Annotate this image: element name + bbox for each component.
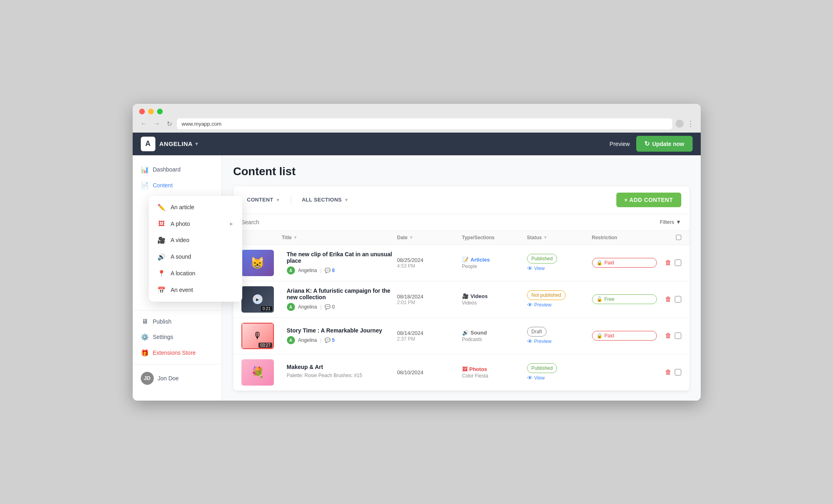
row3-info: Story Time : A Remarkable Journey A Ange… [282,327,397,344]
table-row: 💐 Makeup & Art Palette: Rosie Peach Brus… [233,354,689,391]
dropdown-item-location[interactable]: 📍 A location [149,265,242,282]
view-link[interactable]: 👁 View [527,375,592,381]
window-minimize-dot[interactable] [148,109,154,114]
delete-icon[interactable]: 🗑 [665,369,672,376]
dropdown-item-location-label: A location [171,270,196,277]
row1-checkbox[interactable] [675,260,681,266]
th-restriction: Restriction [592,235,657,240]
row4-title: Makeup & Art [287,364,392,370]
row3-checkbox[interactable] [675,332,681,339]
preview-button[interactable]: Preview [603,137,636,150]
content-type-dropdown: ✏️ An article 🖼 A photo ► 🎥 A video 🔊 A … [149,196,242,302]
preview-link[interactable]: 👁 Preview [527,302,592,308]
window-maximize-dot[interactable] [157,109,163,114]
sidebar-item-dashboard[interactable]: 📊 Dashboard [133,162,222,178]
dropdown-item-sound-label: A sound [171,253,192,260]
dropdown-item-sound[interactable]: 🔊 A sound [149,249,242,265]
restriction-badge: 🔒 Paid [592,258,657,268]
unlock-icon: 🔓 [596,296,603,302]
select-all-checkbox[interactable] [676,235,681,240]
preview-link[interactable]: 👁 Preview [527,338,592,345]
videos-type-icon: 🎥 [462,293,469,299]
th-date[interactable]: Date ▼ [397,235,462,240]
user-profile[interactable]: JD Jon Doe [133,368,222,389]
main-content: Content list CONTENT ▼ ALL SECTIONS ▼ + … [222,155,701,401]
date-sort-icon: ▼ [409,235,413,240]
row1-restriction: 🔒 Paid [592,258,657,268]
th-title[interactable]: Title ▼ [282,235,397,240]
add-content-button[interactable]: + ADD CONTENT [616,193,681,207]
row1-title: The new clip of Erika Cat in an unusual … [287,251,392,264]
row3-restriction: 🔒 Paid [592,331,657,341]
sidebar-item-extensions-label: Extensions Store [153,350,196,356]
row2-status: Not published 👁 Preview [527,290,592,308]
row3-title: Story Time : A Remarkable Journey [287,327,392,334]
filters-button[interactable]: Filters ▼ [660,219,681,225]
chat-icon: 💬 [325,304,331,310]
row2-type: 🎥 Videos Videos [462,293,527,306]
dropdown-item-article[interactable]: ✏️ An article [149,199,242,216]
update-now-button[interactable]: ↻ Update now [636,136,692,152]
row1-avatar: A [287,266,295,275]
row1-author: Angelina [298,268,317,273]
content-card: CONTENT ▼ ALL SECTIONS ▼ + ADD CONTENT [233,186,689,391]
table-row: 👗 ▶ 0:21 Ariana K: A futuristic campaign… [233,281,689,318]
play-button[interactable]: ▶ [253,294,263,304]
sidebar-item-settings-label: Settings [153,334,174,340]
sidebar-divider [133,310,222,311]
dropdown-item-video[interactable]: 🎥 A video [149,232,242,249]
row3-comments: 💬 5 [325,337,335,343]
browser-profile-icon [676,120,684,128]
refresh-button[interactable]: ↻ [165,118,174,129]
row2-checkbox[interactable] [675,296,681,302]
sidebar-item-publish[interactable]: 🖥 Publish [133,314,222,329]
delete-icon[interactable]: 🗑 [665,259,672,266]
avatar: JD [141,372,154,385]
row1-comments: 💬 8 [325,268,335,273]
delete-icon[interactable]: 🗑 [665,332,672,339]
sidebar-bottom-divider [133,364,222,365]
content-filter-button[interactable]: CONTENT ▼ [241,193,286,206]
forward-button[interactable]: → [152,118,162,129]
address-bar[interactable] [177,118,672,129]
chat-icon: 💬 [325,268,331,273]
dropdown-item-photo[interactable]: 🖼 A photo ► [149,216,242,232]
delete-icon[interactable]: 🗑 [665,296,672,303]
search-input[interactable] [241,219,660,225]
table-row: 😸 The new clip of Erika Cat in an unusua… [233,245,689,281]
sidebar-item-content[interactable]: 📄 Content [133,178,222,193]
row4-actions: 🗑 [657,369,681,376]
dropdown-item-event[interactable]: 📅 An event [149,282,242,298]
sidebar: 📊 Dashboard 📄 Content ✏️ An article 🖼 A … [133,155,222,401]
event-icon: 📅 [157,286,166,294]
row4-checkbox[interactable] [675,369,681,375]
row2-restriction: 🔓 Free [592,294,657,304]
eye-icon: 👁 [527,338,533,345]
back-button[interactable]: ← [139,118,149,129]
browser-menu-icon[interactable]: ⋮ [687,119,694,128]
row1-status: Published 👁 View [527,254,592,272]
th-status[interactable]: Status ▼ [527,235,592,240]
row2-avatar: A [287,303,295,311]
window-close-dot[interactable] [139,109,145,114]
sound-icon: 🔊 [157,253,166,261]
dropdown-item-video-label: A video [171,237,189,243]
brand-chevron-icon: ▼ [194,141,199,147]
dropdown-item-article-label: An article [171,204,194,210]
sidebar-item-publish-label: Publish [153,318,172,325]
user-name-label: Jon Doe [158,375,179,382]
status-sort-icon: ▼ [543,235,547,240]
row1-meta: A Angelina | 💬 8 [287,266,392,275]
sidebar-item-settings[interactable]: ⚙️ Settings [133,329,222,345]
row2-date: 08/18/2024 2:01 PM [397,294,462,305]
row3-actions: 🗑 [657,332,681,339]
content-filter-chevron-icon: ▼ [276,197,280,202]
sidebar-item-dashboard-label: Dashboard [153,166,181,173]
row2-thumbnail: 👗 ▶ 0:21 [241,286,274,313]
audio-duration: 03:27 [258,343,272,348]
sections-filter-button[interactable]: ALL SECTIONS ▼ [296,193,355,206]
sidebar-item-extensions[interactable]: 🎁 Extensions Store [133,345,222,361]
view-link[interactable]: 👁 View [527,265,592,272]
row3-avatar: A [287,336,295,344]
brand-name: ANGELINA [159,140,193,147]
